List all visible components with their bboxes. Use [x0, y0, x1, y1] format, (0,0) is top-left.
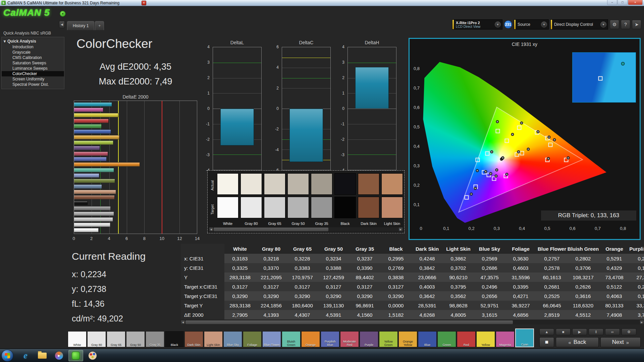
scroll-left-icon[interactable]: ◀ — [209, 227, 213, 232]
taskbar-calman[interactable] — [68, 350, 83, 361]
deltal-bar — [220, 109, 254, 145]
advance-button[interactable]: ➤ — [632, 20, 641, 29]
taskbar-explorer[interactable] — [35, 350, 50, 361]
results-header-black: Black — [380, 244, 412, 254]
cie-measured-marker — [470, 193, 473, 196]
strip-swatch-green[interactable]: Green — [437, 331, 456, 347]
deltae-bar-row — [74, 212, 197, 216]
scroll-right-icon[interactable]: ▶ — [398, 227, 403, 232]
current-reading-value: cd/m²: 49,202 — [72, 311, 123, 326]
strip-swatch-dark-skin[interactable]: Dark Skin — [184, 331, 203, 347]
stop-button[interactable]: ■ — [539, 337, 554, 347]
maximize-button[interactable]: □ — [618, 0, 628, 5]
transport-button-5[interactable]: ⚙ — [622, 328, 636, 335]
strip-swatch-gray-50[interactable]: Gray 50 — [126, 331, 145, 347]
table-scroll-left-icon[interactable]: ◀ — [181, 320, 185, 324]
sidebar-item-cms-calibration[interactable]: CMS Calibration — [2, 55, 64, 60]
workspace-close-button[interactable]: × — [142, 1, 146, 5]
settings-button[interactable]: ⚙ — [610, 20, 619, 29]
strip-swatch-black[interactable]: Black — [165, 331, 184, 347]
results-header-gray-50: Gray 50 — [318, 244, 349, 254]
strip-swatch-white[interactable]: White — [68, 331, 87, 347]
table-scrollbar[interactable]: ◀ ▶ — [181, 320, 644, 324]
deltah-ytick-label: -3 — [341, 153, 344, 157]
sidebar-item-grayscale[interactable]: Grayscale — [2, 50, 64, 55]
source-dropdown-arrow-icon[interactable]: ▼ — [541, 21, 547, 27]
next-button[interactable]: Next » — [600, 337, 641, 347]
transport-button-3[interactable]: ‖ — [589, 328, 603, 335]
sidebar-collapse-button[interactable]: ◀ — [59, 21, 65, 28]
taskbar-internet-explorer[interactable]: e — [18, 350, 33, 361]
window-controls: − □ × — [607, 0, 643, 5]
close-button[interactable]: × — [628, 0, 643, 5]
table-scroll-thumb[interactable] — [185, 320, 513, 324]
swatch-scrollbar[interactable]: ◀ ▶ — [209, 227, 403, 232]
sidebar-tree-items: IntroductionGrayscaleCMS CalibrationSatu… — [2, 44, 64, 87]
sidebar-root-quick-analysis[interactable]: ▾ Quick Analysis — [2, 38, 64, 44]
source-label: Source — [518, 22, 540, 27]
sidebar-item-screen-uniformity[interactable]: Screen Uniformity — [2, 76, 64, 82]
transport-button-4[interactable]: ∞ — [605, 328, 620, 335]
strip-swatch-foliage[interactable]: Foliage — [243, 331, 262, 347]
tab-add-button[interactable]: + — [95, 21, 104, 30]
logo-dropdown-icon[interactable]: ▾ — [60, 11, 66, 17]
strip-swatch-light-skin[interactable]: Light Skin — [204, 331, 223, 347]
results-row-label: y: CIE31 — [181, 263, 224, 273]
results-cell: 0,3183 — [224, 254, 256, 263]
table-scroll-track[interactable] — [185, 320, 640, 324]
strip-swatch-gray-65[interactable]: Gray 65 — [107, 331, 125, 347]
meter-dropdown[interactable]: X-Rite i1Pro 2 LCD Direct View ▼ — [452, 19, 502, 29]
minimize-button[interactable]: − — [607, 0, 617, 5]
swatch-column-label: Dark Skin — [358, 222, 379, 226]
sidebar-item-saturation-sweeps[interactable]: Saturation Sweeps — [2, 60, 64, 66]
strip-swatch-blue[interactable]: Blue — [418, 331, 437, 347]
display-control-dropdown[interactable]: Direct Display Control ▼ — [550, 19, 608, 29]
sidebar-item-luminance-sweeps[interactable]: Luminance Sweeps — [2, 66, 64, 71]
strip-swatch-gray-80[interactable]: Gray 80 — [87, 331, 106, 347]
sidebar-item-colorchecker[interactable]: ColorChecker — [2, 71, 64, 76]
sidebar-item-introduction[interactable]: Introduction — [2, 44, 64, 50]
deltah-ytick-label: 1 — [342, 91, 344, 96]
sidebar-item-spectral-power-dist[interactable]: Spectral Power Dist. — [2, 82, 64, 87]
strip-swatch-yellow[interactable]: Yellow — [476, 331, 495, 347]
swatch-scroll-track[interactable] — [213, 227, 398, 232]
cie-target-marker — [504, 139, 509, 143]
strip-swatch-orange[interactable]: Orange — [301, 331, 320, 347]
transport-button-0[interactable]: ▲ — [539, 328, 554, 335]
calman-app: 5 CalMAN 5 CalMAN Ultimate for Business … — [0, 0, 644, 362]
strip-swatch-moderate-red[interactable]: Moderate Red — [340, 331, 359, 347]
meter-dropdown-arrow-icon[interactable]: ▼ — [495, 21, 501, 27]
strip-swatch-gray-35[interactable]: Gray 35 — [146, 331, 164, 347]
swatch-target-black — [334, 197, 356, 218]
transport-button-1[interactable]: ■ — [556, 328, 571, 335]
table-scroll-right-icon[interactable]: ▶ — [640, 320, 644, 324]
start-button[interactable] — [1, 350, 13, 362]
deltae-bar-row — [74, 129, 197, 134]
source-dropdown[interactable]: Source ▼ — [514, 19, 549, 29]
strip-swatch-blue-flower[interactable]: Blue Flower — [262, 331, 281, 347]
help-button[interactable]: ? — [621, 20, 630, 29]
strip-swatch-cyan[interactable]: Cyan — [515, 328, 534, 347]
taskbar-media-player[interactable]: ▶ — [52, 350, 66, 361]
tab-history-1[interactable]: History 1 — [67, 21, 94, 30]
strip-swatch-magenta[interactable]: Magenta — [496, 331, 515, 347]
taskbar-paint[interactable] — [85, 350, 100, 361]
strip-swatch-purple[interactable]: Purple — [360, 331, 378, 347]
rgb-triplet-readout: RGB Triplet: 0, 133, 163 — [541, 210, 636, 221]
swatch-actual-gray-65 — [264, 173, 285, 195]
strip-swatch-blue-sky[interactable]: Blue Sky — [223, 331, 242, 347]
strip-swatch-yellow-green[interactable]: Yellow Green — [379, 331, 398, 347]
cie-measured-marker — [527, 148, 530, 151]
strip-swatch-bluish-green[interactable]: Bluish Green — [282, 331, 301, 347]
swatch-scroll-thumb[interactable] — [214, 228, 328, 231]
transport-button-2[interactable]: ▶ — [572, 328, 587, 335]
back-button[interactable]: « Back — [556, 337, 599, 347]
deltac-gridline — [282, 88, 330, 88]
deltah-plot — [347, 47, 396, 170]
display-control-dropdown-arrow-icon[interactable]: ▼ — [600, 21, 606, 27]
results-cell: 0,2995 — [380, 254, 412, 263]
strip-swatch-red[interactable]: Red — [457, 331, 476, 347]
meter-count-badge[interactable]: 231 — [504, 20, 512, 28]
strip-swatch-orange-yellow[interactable]: Orange Yellow — [398, 331, 417, 347]
strip-swatch-purplish-blue[interactable]: Purplish Blue — [321, 331, 339, 347]
